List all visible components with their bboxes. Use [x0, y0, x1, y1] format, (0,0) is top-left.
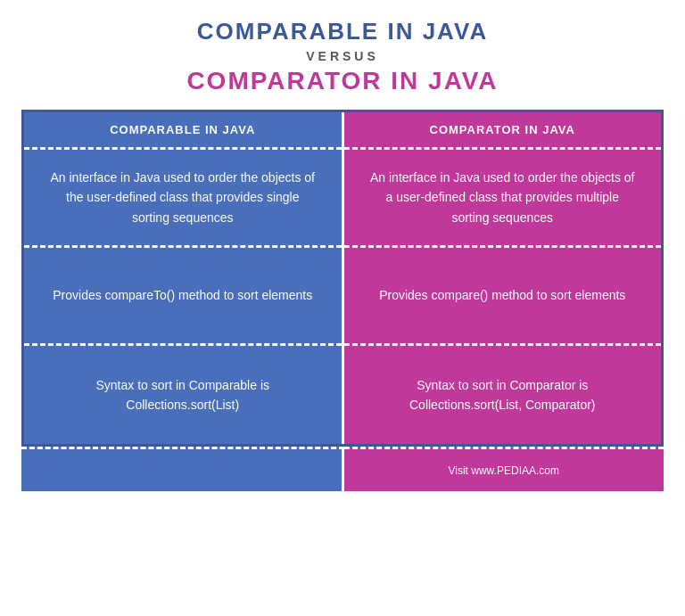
left-column: COMPARABLE IN JAVA An interface in Java …	[24, 112, 344, 444]
main-title: COMPARABLE IN JAVA	[186, 18, 498, 45]
left-cell-2: Provides compareTo() method to sort elem…	[24, 248, 342, 346]
left-cell-3: Syntax to sort in Comparable is Collecti…	[24, 346, 342, 444]
title-section: COMPARABLE IN JAVA VERSUS COMPARATOR IN …	[186, 18, 498, 95]
right-cell-2: Provides compare() method to sort elemen…	[344, 248, 662, 346]
footer-row: Visit www.PEDIAA.com	[21, 447, 664, 491]
footer-right: Visit www.PEDIAA.com	[344, 447, 664, 491]
right-column: COMPARATOR IN JAVA An interface in Java …	[344, 112, 662, 444]
right-cell-3: Syntax to sort in Comparator is Collecti…	[344, 346, 662, 444]
versus-text: VERSUS	[186, 49, 498, 63]
right-column-header: COMPARATOR IN JAVA	[344, 112, 662, 150]
comparison-table: COMPARABLE IN JAVA An interface in Java …	[21, 110, 664, 447]
footer-left	[21, 447, 344, 491]
left-cell-1: An interface in Java used to order the o…	[24, 150, 342, 248]
left-column-header: COMPARABLE IN JAVA	[24, 112, 342, 150]
sub-title: COMPARATOR IN JAVA	[186, 67, 498, 95]
right-cell-1: An interface in Java used to order the o…	[344, 150, 662, 248]
